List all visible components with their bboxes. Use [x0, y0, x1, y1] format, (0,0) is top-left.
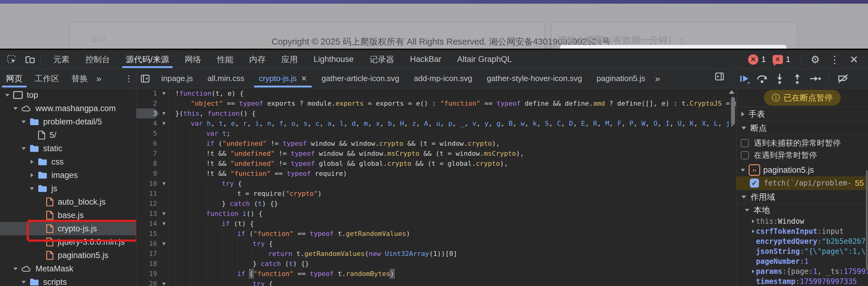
devtools-tab-记录器[interactable]: 记录器 — [362, 50, 402, 69]
tree-item-js[interactable]: js — [0, 182, 136, 195]
tree-item-css[interactable]: css — [0, 155, 136, 168]
line-number[interactable]: 10 — [136, 179, 159, 189]
editor-tab-inpage.js[interactable]: inpage.js — [154, 69, 200, 88]
tree-item-static[interactable]: static — [0, 142, 136, 155]
answer-input[interactable] — [560, 45, 786, 49]
checkbox-checked[interactable]: ✓ — [750, 179, 759, 188]
more-options-kebab-icon[interactable]: ⋮ — [830, 54, 840, 66]
close-tab-icon[interactable]: ✕ — [301, 74, 307, 83]
scope-var-params[interactable]: params: {page: 1, _ts: 1759976 — [737, 266, 868, 276]
line-number[interactable]: 8 — [136, 158, 159, 168]
chevron-down-icon[interactable] — [21, 121, 27, 123]
line-number[interactable]: 12 — [136, 198, 159, 209]
scope-var-jsonString[interactable]: jsonString: "{\"page\":1,\"_ts — [737, 246, 868, 256]
line-number[interactable]: 1 — [136, 88, 159, 98]
sidebar-tab-工作区[interactable]: 工作区 — [29, 69, 65, 88]
settings-gear-icon[interactable]: ⚙ — [811, 54, 820, 66]
chevron-down-icon[interactable] — [21, 281, 27, 284]
tree-item-top[interactable]: top — [0, 88, 136, 102]
watch-section-header[interactable]: 手表 — [737, 107, 868, 121]
line-number[interactable]: 3 — [136, 108, 159, 118]
editor-scrollbar[interactable] — [731, 97, 735, 125]
devtools-tab-Altair GraphQL[interactable]: Altair GraphQL — [449, 50, 520, 69]
line-number[interactable]: 6 — [136, 138, 159, 149]
more-sidebar-tabs-icon[interactable]: » — [94, 69, 104, 88]
editor-scroll-up-icon[interactable] — [729, 90, 734, 94]
chevron-right-icon[interactable] — [750, 229, 756, 233]
tree-item-base.js[interactable]: base.js — [0, 209, 136, 222]
breakpoint-entry[interactable]: ✓ fetch(`/api/problem-… 55 — [737, 177, 868, 190]
devtools-tab-内存[interactable]: 内存 — [242, 50, 274, 69]
tree-item-problem-detail/5[interactable]: problem-detail/5 — [0, 115, 136, 128]
chevron-right-icon[interactable] — [29, 160, 35, 164]
breakpoint-file-group[interactable]: ‹› pagination5.js — [737, 164, 868, 177]
sidebar-kebab-icon[interactable]: ⋮ — [125, 69, 133, 88]
devtools-tab-源代码/来源[interactable]: 源代码/来源 — [118, 50, 177, 69]
close-devtools-icon[interactable]: ✕ — [850, 54, 859, 66]
fold-arrow-icon[interactable]: ▼ — [159, 209, 168, 219]
breakpoints-section-header[interactable]: 断点 — [737, 121, 868, 135]
chevron-down-icon[interactable] — [12, 267, 19, 270]
pause-uncaught-row[interactable]: 遇到未捕获的异常时暂停 — [737, 137, 868, 149]
line-number[interactable]: 4 — [136, 118, 159, 128]
line-number[interactable]: 18 — [136, 259, 159, 269]
tree-item-auto_block.js[interactable]: auto_block.js — [0, 195, 136, 209]
line-number[interactable]: 9 — [136, 168, 159, 179]
step-button[interactable] — [807, 71, 823, 86]
editor-tab-add-mp-icon.svg[interactable]: add-mp-icon.svg — [407, 69, 479, 88]
editor-tab-pagination5.js[interactable]: pagination5.js — [589, 69, 652, 88]
tree-item-jquery-3.6.0.min.js[interactable]: jquery-3.6.0.min.js — [0, 235, 136, 249]
line-number[interactable]: 16 — [136, 239, 159, 249]
tree-item-5/[interactable]: 5/ — [0, 128, 136, 142]
chevron-down-icon[interactable] — [29, 187, 35, 190]
console-error-badge[interactable]: ✕ 1 — [748, 54, 766, 65]
tree-item-images[interactable]: images — [0, 168, 136, 182]
more-editor-tabs-icon[interactable]: » — [653, 69, 663, 88]
line-number[interactable]: 17 — [136, 249, 159, 259]
scope-section-header[interactable]: 作用域 — [737, 190, 868, 204]
devtools-tab-性能[interactable]: 性能 — [209, 50, 242, 69]
devtools-tab-网络[interactable]: 网络 — [177, 50, 209, 69]
step-over-button[interactable] — [754, 71, 770, 86]
tree-item-crypto-js.js[interactable]: crypto-js.js — [0, 222, 136, 235]
step-into-button[interactable] — [772, 71, 787, 86]
editor-tab-gather-article-icon.svg[interactable]: gather-article-icon.svg — [314, 69, 407, 88]
chevron-down-icon[interactable] — [21, 147, 27, 150]
line-number[interactable]: 5 — [136, 128, 159, 138]
line-number[interactable]: 7 — [136, 149, 159, 158]
sidebar-tab-网页[interactable]: 网页 — [0, 69, 29, 88]
fold-arrow-icon[interactable]: ▼ — [159, 279, 168, 286]
fold-arrow-icon[interactable]: ▼ — [159, 88, 168, 98]
tree-item-scripts[interactable]: scripts — [0, 275, 136, 286]
chevron-right-icon[interactable] — [29, 173, 35, 177]
deactivate-breakpoints-button[interactable] — [835, 71, 851, 86]
chevron-down-icon[interactable] — [12, 107, 19, 110]
line-number[interactable]: 15 — [136, 229, 159, 239]
editor-tab-all.min.css[interactable]: all.min.css — [200, 69, 251, 88]
tree-item-www.mashangpa.com[interactable]: www.mashangpa.com — [0, 102, 136, 115]
toggle-debugger-sidebar-icon[interactable] — [711, 71, 728, 82]
device-toolbar-icon[interactable] — [24, 53, 36, 66]
fold-arrow-icon[interactable]: ▼ — [159, 179, 168, 189]
fold-arrow-icon[interactable]: ▼ — [159, 118, 168, 128]
chevron-right-icon[interactable] — [750, 220, 756, 223]
devtools-tab-Lighthouse[interactable]: Lighthouse — [306, 50, 362, 69]
editor-tab-gather-style-hover-icon.svg[interactable]: gather-style-hover-icon.svg — [479, 69, 589, 88]
debugger-panel-scrollbar[interactable] — [866, 170, 868, 271]
scope-var-this[interactable]: this: Window — [737, 216, 868, 226]
line-number[interactable]: 11 — [136, 189, 159, 198]
line-number[interactable]: 20 — [136, 279, 159, 286]
chevron-down-icon[interactable] — [4, 94, 10, 97]
chevron-right-icon[interactable] — [750, 269, 756, 273]
scope-var-encryptedQuery[interactable]: encryptedQuery: "b2b5e02b7b8f0 — [737, 236, 868, 246]
scope-local-header[interactable]: 本地 — [737, 204, 868, 216]
scope-var-csrfTokenInput[interactable]: csrfTokenInput: input — [737, 226, 868, 236]
fold-arrow-icon[interactable]: ▼ — [159, 108, 168, 118]
devtools-tab-元素[interactable]: 元素 — [45, 50, 78, 69]
devtools-tab-控制台[interactable]: 控制台 — [78, 50, 118, 69]
devtools-tab-应用[interactable]: 应用 — [274, 50, 306, 69]
resume-button[interactable] — [737, 71, 752, 86]
line-number[interactable]: 19 — [136, 269, 159, 279]
sidebar-tab-替换[interactable]: 替换 — [65, 69, 94, 88]
line-number[interactable]: 14 — [136, 219, 159, 229]
